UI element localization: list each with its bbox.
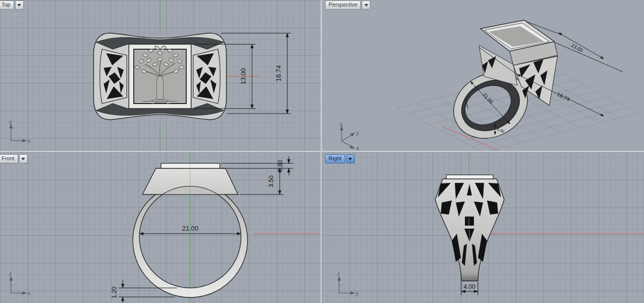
chevron-down-icon — [21, 158, 25, 160]
viewport-menu-button[interactable] — [362, 1, 370, 10]
axis-label-vertical: y — [9, 119, 12, 125]
axis-label-upper-right: y — [356, 130, 359, 136]
dim-text-bezel-width-3d: 13.00 — [570, 42, 584, 53]
front-view-drawing: 0.80 3.50 21.00 1.20 — [0, 152, 320, 303]
dim-text-head-width: 16.74 — [275, 65, 282, 82]
viewport-menu-button[interactable] — [346, 154, 355, 163]
chevron-down-icon — [364, 4, 368, 7]
axis-label-horizontal: y — [356, 290, 359, 296]
dim-text-plate-thickness: 0.80 — [277, 160, 284, 172]
dim-text-shank-width: 4.00 — [463, 283, 475, 290]
viewport-tab-right[interactable]: Right — [325, 154, 355, 163]
axis-gizmo-front: z x — [3, 271, 32, 300]
dimension-head — [239, 168, 284, 194]
viewport-top[interactable]: 13.00 16.74 — [0, 0, 320, 151]
dim-text-head-height: 3.50 — [268, 175, 275, 187]
dim-text-inner-diameter: 21.00 — [182, 225, 199, 232]
ring-right-view — [435, 175, 504, 281]
axis-gizmo-perspective: z y x — [334, 122, 364, 153]
viewport-tab-label[interactable]: Front — [0, 154, 18, 163]
axis-label-horizontal: x — [28, 138, 31, 144]
axis-label-vertical: z — [9, 271, 12, 277]
cad-canvas: 13.00 16.74 — [0, 0, 644, 303]
axis-label-vertical: z — [337, 271, 340, 277]
axis-label-horizontal: x — [28, 290, 31, 296]
bezel-plate-right — [446, 175, 493, 179]
viewport-tab-perspective[interactable]: Perspective — [325, 1, 370, 10]
right-view-drawing: 4.00 — [322, 152, 644, 303]
top-view-drawing: 13.00 16.74 — [0, 0, 320, 151]
viewport-tab-label[interactable]: Top — [0, 1, 14, 10]
axis-label-up: z — [340, 122, 343, 127]
viewport-tab-label[interactable]: Perspective — [325, 1, 361, 10]
axis-gizmo-top: y x — [3, 119, 32, 148]
chevron-down-icon — [17, 4, 21, 7]
chevron-down-icon — [348, 158, 352, 160]
viewport-right[interactable]: 4.00 — [322, 152, 644, 303]
viewport-tab-front[interactable]: Front — [0, 154, 28, 163]
dim-text-band-thickness: 1.20 — [111, 286, 118, 298]
ring-top-view — [94, 33, 226, 120]
viewport-tab-label[interactable]: Right — [325, 154, 345, 163]
viewport-perspective[interactable]: 13.00 16.74 21.00 4.00 — [322, 0, 644, 151]
viewport-menu-button[interactable] — [19, 154, 28, 163]
perspective-view-drawing: 13.00 16.74 21.00 4.00 — [322, 0, 644, 151]
viewport-menu-button[interactable] — [15, 1, 24, 10]
viewport-front[interactable]: 0.80 3.50 21.00 1.20 — [0, 152, 320, 303]
axis-gizmo-right: z y — [331, 271, 360, 300]
viewport-tab-top[interactable]: Top — [0, 1, 24, 10]
axis-label-lower-right: x — [356, 145, 359, 151]
dim-text-bezel-width: 13.00 — [239, 68, 247, 85]
